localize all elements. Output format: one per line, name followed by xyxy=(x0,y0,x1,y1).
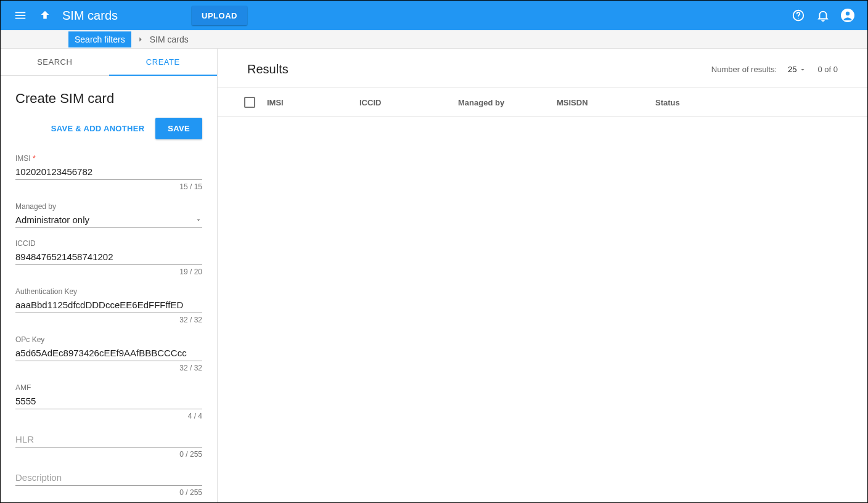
page-size-value: 25 xyxy=(788,65,796,74)
field-amf: AMF 4 / 4 xyxy=(15,383,202,420)
breadcrumb-current: SIM cards xyxy=(150,35,189,44)
chevron-down-icon xyxy=(799,66,806,73)
managed-by-value: Administrator only xyxy=(15,215,89,225)
chevron-down-icon xyxy=(195,216,202,224)
account-icon[interactable] xyxy=(835,3,860,28)
opc-key-label: OPc Key xyxy=(15,335,202,344)
up-arrow-icon[interactable] xyxy=(33,3,57,28)
chevron-right-icon xyxy=(136,35,145,44)
app-title: SIM cards xyxy=(62,9,118,23)
iccid-input[interactable] xyxy=(15,249,202,264)
amf-counter: 4 / 4 xyxy=(15,412,202,420)
results-title: Results xyxy=(247,62,289,76)
imsi-counter: 15 / 15 xyxy=(15,182,202,191)
field-opc-key: OPc Key 32 / 32 xyxy=(15,335,202,372)
save-add-another-button[interactable]: SAVE & ADD ANOTHER xyxy=(49,119,147,138)
svg-point-3 xyxy=(846,12,850,15)
appbar: SIM cards UPLOAD xyxy=(1,1,867,30)
field-iccid: ICCID 19 / 20 xyxy=(15,239,202,276)
field-description: 0 / 255 xyxy=(15,470,202,497)
results-panel: Results Number of results: 25 0 of 0 IMS… xyxy=(218,49,867,502)
auth-key-label: Authentication Key xyxy=(15,287,202,296)
field-managed-by: Managed by Administrator only xyxy=(15,202,202,228)
auth-key-input[interactable] xyxy=(15,297,202,313)
field-auth-key: Authentication Key 32 / 32 xyxy=(15,287,202,324)
managed-by-select[interactable]: Administrator only xyxy=(15,212,202,228)
iccid-counter: 19 / 20 xyxy=(15,268,202,276)
opc-key-counter: 32 / 32 xyxy=(15,364,202,372)
table-header: IMSI ICCID Managed by MSISDN Status xyxy=(218,88,867,117)
breadcrumb-root[interactable]: Search filters xyxy=(68,31,131,47)
results-range: 0 of 0 xyxy=(817,65,838,74)
field-hlr: 0 / 255 xyxy=(15,431,202,459)
help-icon[interactable] xyxy=(786,3,811,28)
page-size-select[interactable]: 25 xyxy=(788,65,806,74)
col-iccid[interactable]: ICCID xyxy=(359,98,458,107)
panel-title: Create SIM card xyxy=(15,91,202,107)
col-managed-by[interactable]: Managed by xyxy=(458,98,557,107)
breadcrumb: Search filters SIM cards xyxy=(1,30,867,49)
upload-button[interactable]: UPLOAD xyxy=(192,6,247,25)
iccid-label: ICCID xyxy=(15,239,202,248)
amf-label: AMF xyxy=(15,383,202,392)
menu-icon[interactable] xyxy=(8,3,33,28)
opc-key-input[interactable] xyxy=(15,345,202,361)
managed-by-label: Managed by xyxy=(15,202,202,211)
col-imsi[interactable]: IMSI xyxy=(267,98,359,107)
hlr-input[interactable] xyxy=(15,431,202,447)
col-msisdn[interactable]: MSISDN xyxy=(557,98,655,107)
col-status[interactable]: Status xyxy=(655,98,754,107)
tab-search[interactable]: SEARCH xyxy=(1,49,109,75)
select-all-checkbox[interactable] xyxy=(244,97,255,108)
num-results-label: Number of results: xyxy=(711,65,777,74)
description-input[interactable] xyxy=(15,470,202,485)
imsi-input[interactable] xyxy=(15,164,202,179)
bell-icon[interactable] xyxy=(811,3,835,28)
svg-point-1 xyxy=(798,18,798,18)
hlr-counter: 0 / 255 xyxy=(15,450,202,459)
side-panel: SEARCH CREATE Create SIM card SAVE & ADD… xyxy=(1,49,218,502)
save-button[interactable]: SAVE xyxy=(155,118,202,139)
description-counter: 0 / 255 xyxy=(15,488,202,497)
imsi-label: IMSI * xyxy=(15,154,202,163)
auth-key-counter: 32 / 32 xyxy=(15,316,202,324)
amf-input[interactable] xyxy=(15,393,202,409)
tab-create[interactable]: CREATE xyxy=(109,49,218,75)
field-imsi: IMSI * 15 / 15 xyxy=(15,154,202,191)
tabs: SEARCH CREATE xyxy=(1,49,217,76)
